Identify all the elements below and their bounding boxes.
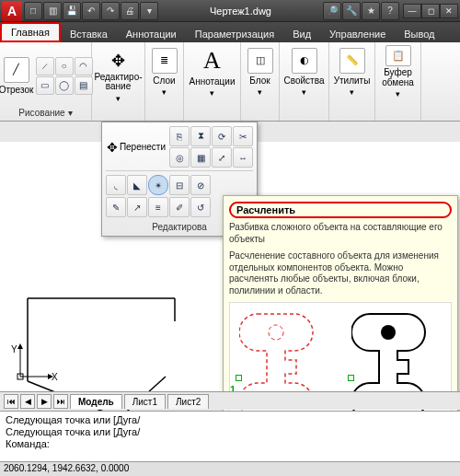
modify-button[interactable]: ✥ Редактиро­вание ▾ bbox=[97, 44, 141, 109]
rotate-icon[interactable]: ⟳ bbox=[212, 126, 232, 146]
utilities-icon: 📏 bbox=[339, 48, 365, 74]
layout-tab-sheet2[interactable]: Лист2 bbox=[167, 394, 209, 409]
layers-label: Слои bbox=[153, 75, 175, 86]
qat-undo-icon[interactable]: ↶ bbox=[82, 2, 100, 20]
tab-manage[interactable]: Управление bbox=[320, 26, 395, 42]
panel-modify: ✥ Редактиро­вание ▾ bbox=[92, 42, 145, 121]
tab-parametric[interactable]: Параметризация bbox=[186, 26, 283, 42]
help-icon[interactable]: ? bbox=[381, 2, 399, 20]
offset-icon[interactable]: ◎ bbox=[169, 147, 190, 168]
line-button[interactable]: ╱ Отрезок bbox=[0, 48, 34, 103]
chevron-down-icon: ▾ bbox=[396, 89, 400, 99]
utilities-button[interactable]: 📏 Утилиты ▾ bbox=[335, 44, 370, 99]
mirror-icon[interactable]: ⧗ bbox=[190, 126, 211, 146]
lengthen-icon[interactable]: ↗ bbox=[127, 197, 147, 217]
svg-text:X: X bbox=[52, 372, 58, 382]
layout-nav-last[interactable]: ⏭ bbox=[53, 394, 68, 409]
status-coords: 2060.1294, 1942.6632, 0.0000 bbox=[4, 463, 129, 473]
tooltip-body: Расчленение составного объекта для измен… bbox=[229, 250, 452, 296]
break-icon[interactable]: ⊘ bbox=[190, 175, 211, 195]
layout-tab-sheet1[interactable]: Лист1 bbox=[124, 394, 166, 409]
join-icon[interactable]: ⊟ bbox=[169, 175, 190, 195]
svg-point-12 bbox=[269, 325, 283, 340]
panel-utilities: 📏 Утилиты ▾ bbox=[329, 42, 375, 121]
layout-nav-next[interactable]: ▶ bbox=[37, 394, 52, 409]
layers-button[interactable]: ≣ Слои ▾ bbox=[147, 44, 182, 99]
rectangle-icon[interactable]: ▭ bbox=[36, 76, 54, 95]
explode-button[interactable]: ✴ bbox=[148, 175, 168, 195]
panel-clipboard: 📋 Буфер обмена ▾ bbox=[375, 42, 421, 121]
arc-icon[interactable]: ◠ bbox=[75, 57, 93, 75]
block-icon: ◫ bbox=[247, 48, 273, 74]
wrench-icon[interactable]: 🔧 bbox=[342, 2, 361, 20]
pedit-icon[interactable]: ✐ bbox=[169, 197, 190, 217]
line-icon: ╱ bbox=[4, 57, 29, 83]
tab-view[interactable]: Вид bbox=[283, 26, 320, 42]
command-line[interactable]: Следующая точка или [Дуга/ Следующая точ… bbox=[0, 411, 460, 461]
qat-open-icon[interactable]: ▥ bbox=[43, 2, 62, 20]
ribbon: ╱ Отрезок ⟋ ○ ◠ ▭ ◯ ▤ Рисование ▾ ✥ Реда… bbox=[0, 42, 460, 122]
qat-print-icon[interactable]: 🖨 bbox=[121, 2, 139, 20]
properties-label: Свойства bbox=[284, 75, 325, 86]
annotations-label: Аннотации bbox=[190, 76, 236, 87]
modify-label: Редактиро­вание bbox=[94, 73, 142, 92]
copy-icon[interactable]: ⎘ bbox=[169, 126, 190, 146]
scale-icon[interactable]: ⤢ bbox=[212, 147, 232, 168]
panel-annotations: A Аннотации ▾ bbox=[184, 42, 241, 121]
infocenter: 🔎 🔧 ★ ? bbox=[323, 2, 399, 20]
panel-draw-title[interactable]: Рисование ▾ bbox=[4, 107, 87, 119]
tab-output[interactable]: Вывод bbox=[395, 26, 443, 42]
tab-annotate[interactable]: Аннотации bbox=[117, 26, 186, 42]
erase-icon[interactable]: ✎ bbox=[106, 197, 126, 217]
text-icon: A bbox=[203, 47, 221, 75]
block-label: Блок bbox=[249, 75, 270, 86]
titlebar: A □ ▥ 💾 ↶ ↷ 🖨 ▾ Чертеж1.dwg 🔎 🔧 ★ ? — ◻ … bbox=[0, 0, 460, 22]
draw-mini-buttons: ⟋ ○ ◠ ▭ ◯ ▤ bbox=[36, 57, 93, 95]
polyline-icon[interactable]: ⟋ bbox=[36, 57, 54, 75]
reverse-icon[interactable]: ↺ bbox=[190, 197, 211, 217]
minimize-button[interactable]: — bbox=[403, 4, 421, 18]
hatch-icon[interactable]: ▤ bbox=[75, 76, 93, 95]
svg-text:Y: Y bbox=[11, 344, 17, 354]
clipboard-button[interactable]: 📋 Буфер обмена ▾ bbox=[381, 44, 416, 99]
fillet-icon[interactable]: ◟ bbox=[106, 175, 126, 195]
close-button[interactable]: ✕ bbox=[440, 4, 458, 18]
annotations-button[interactable]: A Аннотации ▾ bbox=[195, 44, 230, 99]
chevron-down-icon: ▾ bbox=[116, 94, 121, 103]
tab-home[interactable]: Главная bbox=[0, 22, 61, 42]
window-controls: — ◻ ✕ bbox=[403, 4, 458, 18]
qat-save-icon[interactable]: 💾 bbox=[63, 2, 81, 20]
chevron-down-icon: ▾ bbox=[350, 87, 354, 97]
chevron-down-icon: ▾ bbox=[68, 108, 73, 118]
layout-nav-prev[interactable]: ◀ bbox=[20, 394, 35, 409]
align-icon[interactable]: ≡ bbox=[148, 197, 168, 217]
window-title: Чертеж1.dwg bbox=[158, 6, 323, 17]
clipboard-label: Буфер обмена bbox=[382, 68, 415, 87]
favorite-icon[interactable]: ★ bbox=[362, 2, 380, 20]
trim-icon[interactable]: ✂ bbox=[233, 126, 253, 146]
ellipse-icon[interactable]: ◯ bbox=[55, 76, 74, 95]
app-logo[interactable]: A bbox=[2, 1, 22, 21]
properties-icon: ◐ bbox=[292, 48, 317, 74]
qat-redo-icon[interactable]: ↷ bbox=[101, 2, 120, 20]
qat-new-icon[interactable]: □ bbox=[24, 2, 42, 20]
block-button[interactable]: ◫ Блок ▾ bbox=[243, 44, 278, 99]
panel-layers: ≣ Слои ▾ bbox=[145, 42, 184, 121]
tab-insert[interactable]: Вставка bbox=[61, 26, 117, 42]
chevron-down-icon: ▾ bbox=[258, 87, 262, 97]
maximize-button[interactable]: ◻ bbox=[421, 4, 440, 18]
quick-access-toolbar: □ ▥ 💾 ↶ ↷ 🖨 ▾ bbox=[24, 2, 158, 20]
search-icon[interactable]: 🔎 bbox=[323, 2, 341, 20]
properties-button[interactable]: ◐ Свойства ▾ bbox=[287, 44, 322, 99]
chamfer-icon[interactable]: ◣ bbox=[127, 175, 147, 195]
layout-nav-first[interactable]: ⏮ bbox=[4, 394, 18, 409]
line-label: Отрезок bbox=[0, 85, 33, 95]
layout-tab-model[interactable]: Модель bbox=[70, 394, 122, 409]
panel-properties: ◐ Свойства ▾ bbox=[280, 42, 329, 121]
layout-tabs: ⏮ ◀ ▶ ⏭ Модель Лист1 Лист2 bbox=[0, 391, 460, 410]
qat-dropdown-icon[interactable]: ▾ bbox=[140, 2, 158, 20]
circle-icon[interactable]: ○ bbox=[55, 57, 74, 75]
array-icon[interactable]: ▦ bbox=[190, 147, 211, 168]
stretch-icon[interactable]: ↔ bbox=[233, 147, 253, 168]
move-button-label[interactable]: Перенести bbox=[120, 142, 166, 152]
